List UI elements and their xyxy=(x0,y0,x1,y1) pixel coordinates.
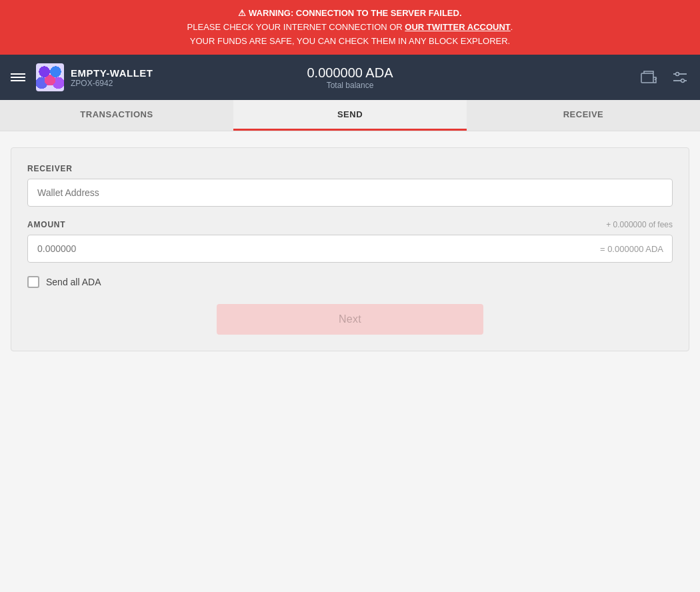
send-all-label[interactable]: Send all ADA xyxy=(46,277,101,287)
header-right xyxy=(639,67,689,88)
svg-rect-0 xyxy=(641,73,653,83)
receiver-input[interactable] xyxy=(27,179,673,207)
warning-line1: ⚠ WARNING: CONNECTION TO THE SERVER FAIL… xyxy=(13,7,687,21)
receive-icon[interactable] xyxy=(639,67,660,88)
amount-header: AMOUNT + 0.000000 of fees xyxy=(27,220,673,229)
svg-point-2 xyxy=(676,73,679,76)
amount-equivalent: = 0.000000 ADA xyxy=(600,244,663,254)
send-all-row: Send all ADA xyxy=(27,276,673,288)
amount-field-group: AMOUNT + 0.000000 of fees = 0.000000 ADA xyxy=(27,220,673,263)
menu-icon[interactable] xyxy=(11,73,25,81)
tab-transactions[interactable]: TRANSACTIONS xyxy=(0,100,233,131)
wallet-info: EMPTY-WALLET ZPOX-6942 xyxy=(71,67,153,88)
header-center: 0.000000 ADA Total balance xyxy=(307,65,393,90)
amount-input-wrapper: = 0.000000 ADA xyxy=(27,235,673,263)
warning-line2-prefix: PLEASE CHECK YOUR INTERNET CONNECTION OR xyxy=(187,22,405,32)
warning-banner: ⚠ WARNING: CONNECTION TO THE SERVER FAIL… xyxy=(0,0,700,55)
wallet-avatar-pattern xyxy=(36,63,64,91)
receiver-label: RECEIVER xyxy=(27,164,673,173)
next-button[interactable]: Next xyxy=(217,304,483,335)
svg-point-4 xyxy=(681,79,685,83)
twitter-link[interactable]: OUR TWITTER ACCOUNT xyxy=(405,22,510,32)
wallet-id: ZPOX-6942 xyxy=(71,79,153,88)
receiver-field-group: RECEIVER xyxy=(27,164,673,207)
fees-text: + 0.000000 of fees xyxy=(606,220,673,229)
wallet-name: EMPTY-WALLET xyxy=(71,67,153,79)
amount-label: AMOUNT xyxy=(27,220,65,229)
main-content: RECEIVER AMOUNT + 0.000000 of fees = 0.0… xyxy=(0,131,700,592)
warning-line3: YOUR FUNDS ARE SAFE, YOU CAN CHECK THEM … xyxy=(13,35,687,49)
header: EMPTY-WALLET ZPOX-6942 0.000000 ADA Tota… xyxy=(0,55,700,100)
header-left: EMPTY-WALLET ZPOX-6942 xyxy=(11,63,153,91)
warning-line2: PLEASE CHECK YOUR INTERNET CONNECTION OR… xyxy=(13,21,687,35)
amount-input[interactable] xyxy=(27,235,673,263)
warning-line2-suffix: . xyxy=(511,22,513,32)
settings-icon[interactable] xyxy=(671,68,689,87)
tab-send[interactable]: SEND xyxy=(233,100,467,131)
send-card: RECEIVER AMOUNT + 0.000000 of fees = 0.0… xyxy=(11,147,689,351)
wallet-avatar xyxy=(36,63,64,91)
send-all-checkbox[interactable] xyxy=(27,276,39,288)
nav-tabs: TRANSACTIONS SEND RECEIVE xyxy=(0,100,700,131)
balance-label: Total balance xyxy=(307,81,393,90)
tab-receive[interactable]: RECEIVE xyxy=(467,100,700,131)
balance-amount: 0.000000 ADA xyxy=(307,65,393,81)
